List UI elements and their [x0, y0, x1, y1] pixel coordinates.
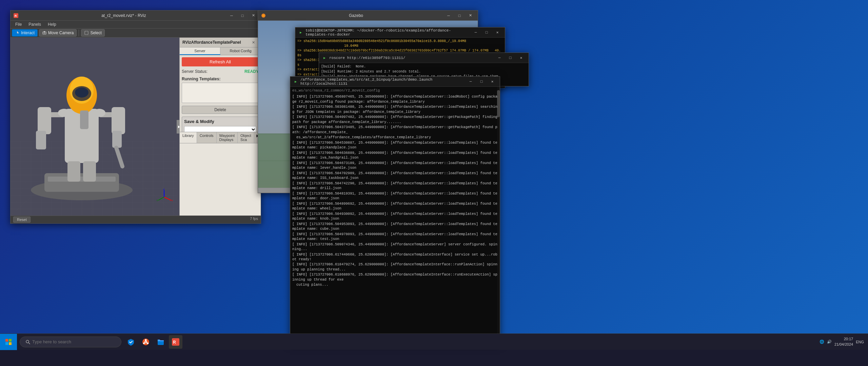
menu-help[interactable]: Help — [44, 21, 60, 27]
interact-label: Interact — [21, 30, 35, 35]
search-input[interactable] — [32, 339, 116, 344]
tray-icon-volume[interactable]: 🔊 — [827, 340, 832, 344]
tray-icon-network[interactable]: 🌐 — [820, 340, 824, 344]
taskbar: R 🌐 🔊 20:17 21/04/2024 ENG — [0, 333, 868, 350]
rviz-minimize-btn[interactable]: ─ — [227, 12, 236, 19]
terminal-roscore-close[interactable]: ✕ — [516, 55, 526, 61]
gazebo-titlebar: Gazebo ─ □ ✕ — [258, 11, 478, 21]
roscore-line-2: [build] Runtime: 2 minutes and 2.7 secon… — [321, 69, 527, 74]
reset-btn[interactable]: Reset — [13, 217, 31, 223]
terminal-tobit-icon: ▶ — [298, 30, 303, 35]
tab-robot-config[interactable]: Robot Config — [220, 47, 261, 55]
panel-expand-btn[interactable]: ▶ — [177, 120, 179, 134]
clock-date: 21/04/2024 — [834, 342, 853, 347]
taskbar-pinned-apps: R — [124, 335, 182, 349]
menu-file[interactable]: File — [12, 21, 25, 27]
bottom-content — [180, 143, 261, 216]
tab-library[interactable]: Library — [180, 132, 197, 143]
svg-point-68 — [143, 342, 145, 344]
menu-panels[interactable]: Panels — [25, 21, 44, 27]
panel-close-btn[interactable]: ✕ — [249, 39, 258, 46]
terminal-main-controls: ─ □ ✕ — [466, 78, 497, 85]
rviz-toolbar: Interact Move Camera Select — [11, 28, 261, 38]
svg-rect-13 — [44, 173, 119, 192]
main-line-1: [ INFO] [1713727006.456807465, 25.365000… — [292, 94, 498, 104]
main-line-17: [ INFO] [1713727006.618479274, 25.629000… — [292, 262, 498, 272]
gazebo-maximize-btn[interactable]: □ — [455, 12, 464, 19]
svg-rect-61 — [9, 339, 12, 342]
gazebo-title: Gazebo — [268, 13, 444, 18]
svg-rect-14 — [48, 177, 116, 182]
rviz-maximize-btn[interactable]: □ — [238, 12, 247, 19]
gazebo-close-btn[interactable]: ✕ — [466, 12, 475, 19]
move-camera-btn[interactable]: Move Camera — [39, 29, 77, 37]
terminal-main-minimize[interactable]: ─ — [466, 78, 475, 85]
tray-language: ENG — [856, 340, 864, 344]
server-status-value: READY — [244, 69, 259, 74]
terminal-main-close[interactable]: ✕ — [488, 78, 497, 85]
svg-point-31 — [93, 109, 105, 117]
rviz-close-btn[interactable]: ✕ — [249, 12, 258, 19]
tab-server[interactable]: Server — [180, 47, 220, 55]
terminal-main-maximize[interactable]: □ — [477, 78, 486, 85]
rviz-menubar: File Panels Help — [11, 21, 261, 28]
terminal-tobit-maximize[interactable]: □ — [482, 29, 491, 36]
terminal-tobit-minimize[interactable]: ─ — [471, 29, 480, 36]
tab-controls[interactable]: Controls — [197, 132, 217, 143]
svg-point-39 — [262, 15, 264, 17]
svg-text:R: R — [15, 14, 17, 18]
refresh-all-btn[interactable]: Refresh All — [182, 57, 259, 66]
windows-logo — [5, 339, 12, 345]
main-line-10: [ INFO] [1713727006.504819391, 25.449000… — [292, 191, 498, 201]
start-button[interactable] — [0, 334, 17, 350]
terminal-main-content[interactable]: es_ws/src/nasa_r2_common/r2_moveit_confi… — [290, 87, 500, 344]
svg-rect-62 — [5, 342, 8, 345]
main-line-13: [ INFO] [1713727006.504953093, 25.449000… — [292, 222, 498, 231]
main-line-5: [ INFO] [1713727006.504530887, 25.449000… — [292, 140, 498, 150]
delete-btn[interactable]: Delete — [182, 106, 259, 114]
terminal-main-title: /affordance_templates_ws/src/at_2_binpuq… — [300, 78, 466, 86]
main-line-14: [ INFO] [1713727006.504978093, 25.449000… — [292, 232, 498, 242]
svg-text:Y: Y — [156, 199, 158, 202]
main-line-2: [ INFO] [1713727006.503081480, 25.449000… — [292, 104, 498, 114]
terminal-tobit-close[interactable]: ✕ — [493, 29, 502, 36]
taskbar-app-ubuntu[interactable] — [139, 335, 153, 349]
main-line-18b: cuting plans... — [292, 282, 498, 287]
taskbar-search-box[interactable] — [20, 337, 121, 347]
rviz-viewport[interactable]: X Y Z ▶ — [11, 38, 179, 216]
system-clock[interactable]: 20:17 21/04/2024 — [834, 337, 853, 347]
terminal-roscore-maximize[interactable]: □ — [506, 55, 515, 61]
terminal-roscore-title: roscore http://e61c3850f793:11311/ — [329, 56, 495, 60]
rviz-icon: R — [13, 13, 19, 18]
gazebo-minimize-btn[interactable]: ─ — [444, 12, 453, 19]
svg-rect-4 — [44, 31, 45, 32]
taskbar-app-rviz[interactable]: R — [169, 335, 182, 349]
rviz-main-content: X Y Z ▶ RVizAffordanceTemplatePanel ✕ Se… — [11, 38, 261, 216]
robot-visualization — [17, 41, 146, 207]
rviz-window-controls: ─ □ ✕ — [227, 12, 258, 19]
svg-rect-29 — [80, 110, 88, 129]
tab-object-sca[interactable]: Object Sca — [238, 132, 254, 143]
terminal-roscore-minimize[interactable]: ─ — [495, 55, 504, 61]
terminal-roscore-titlebar: ▶ roscore http://e61c3850f793:11311/ ─ □… — [319, 53, 529, 63]
main-line-8: [ INFO] [1713727006.504702989, 25.449000… — [292, 171, 498, 181]
tab-waypoint-displays[interactable]: Waypoint Displays — [217, 132, 238, 143]
roscore-line-1: [build] Failed: None. — [321, 64, 527, 69]
interact-btn[interactable]: Interact — [12, 29, 38, 37]
select-btn[interactable]: Select — [81, 29, 104, 37]
terminal-main-icon: ▶ — [293, 79, 298, 84]
main-line-7: [ INFO] [1713727006.504673189, 25.449000… — [292, 161, 498, 170]
taskbar-app-files[interactable] — [154, 335, 167, 349]
template-dropdown[interactable] — [184, 126, 256, 132]
taskbar-app-windows-security[interactable] — [124, 335, 138, 349]
rviz-window: R at_r2_moveit.rviz* - RViz ─ □ ✕ File P… — [10, 10, 261, 224]
terminal-scrollbar-thumb[interactable] — [497, 90, 500, 117]
camera-icon — [42, 30, 47, 35]
svg-point-67 — [145, 339, 147, 341]
fps-display: 7 fps — [250, 217, 258, 223]
terminal-tobit-titlebar: ▶ tobit@DESKTOP-J8TR2MM: ~/docker-for-ro… — [295, 27, 505, 38]
svg-point-19 — [75, 87, 88, 98]
running-templates-label: Running Templates: — [182, 77, 259, 81]
svg-line-26 — [116, 148, 122, 166]
svg-rect-24 — [112, 107, 125, 134]
